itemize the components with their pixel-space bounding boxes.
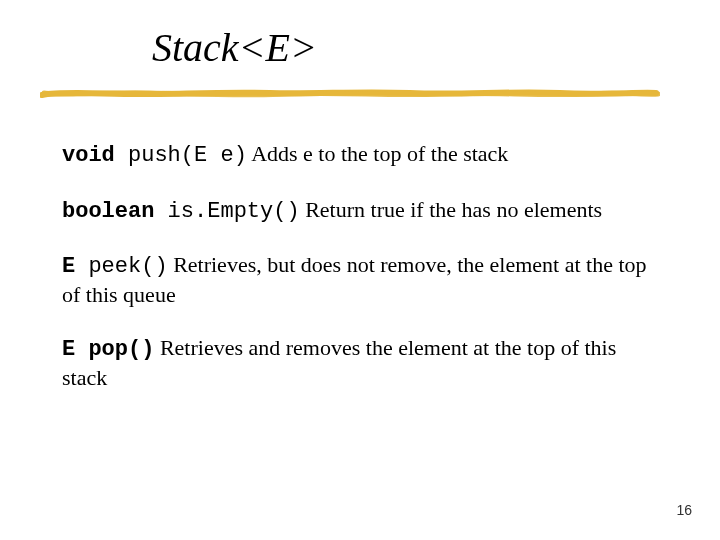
method-entry: void push(E e) Adds e to the top of the … [62, 140, 662, 170]
method-signature: push(E e) [115, 143, 247, 168]
method-keyword: void [62, 143, 115, 168]
slide: Stack<E> void push(E e) Adds e to the to… [0, 0, 720, 540]
content-area: void push(E e) Adds e to the top of the … [62, 140, 662, 417]
method-signature: peek() [75, 254, 167, 279]
method-entry: E peek() Retrieves, but does not remove,… [62, 251, 662, 308]
method-signature: is.Empty() [154, 199, 299, 224]
title-underline [40, 86, 660, 100]
method-keyword: E pop() [62, 337, 154, 362]
method-description: Return true if the has no elements [300, 197, 602, 222]
method-entry: boolean is.Empty() Return true if the ha… [62, 196, 662, 226]
method-keyword: E [62, 254, 75, 279]
slide-title: Stack<E> [152, 24, 317, 71]
method-description: Adds e to the top of the stack [247, 141, 509, 166]
method-entry: E pop() Retrieves and removes the elemen… [62, 334, 662, 391]
page-number: 16 [676, 502, 692, 518]
method-keyword: boolean [62, 199, 154, 224]
